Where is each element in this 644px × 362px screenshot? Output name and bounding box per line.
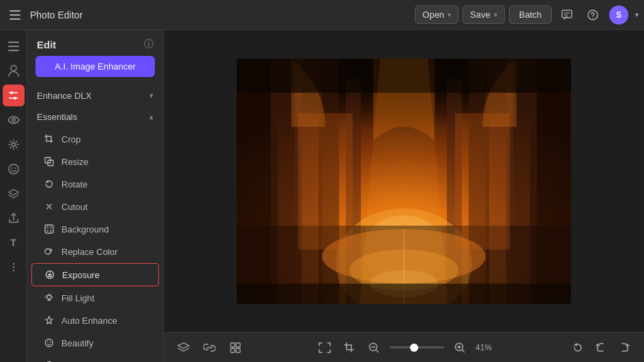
top-bar-center: Open ▾ Save ▾ Batch xyxy=(415,5,552,24)
comment-button[interactable] xyxy=(557,5,576,25)
svg-point-13 xyxy=(10,91,13,94)
menu-item-background-label: Background xyxy=(61,224,108,235)
zoom-percent: 41% xyxy=(475,343,497,352)
menu-item-replace-color[interactable]: Replace Color xyxy=(31,241,159,262)
svg-rect-66 xyxy=(237,284,571,304)
info-icon[interactable]: ⓘ xyxy=(144,38,153,50)
svg-line-78 xyxy=(462,350,465,352)
app-title: Photo Editor xyxy=(30,10,83,20)
sidebar-icon-more[interactable] xyxy=(3,256,25,278)
menu-item-cutout[interactable]: Cutout xyxy=(31,196,159,217)
menu-item-fill-light-label: Fill Light xyxy=(61,293,94,303)
zoom-in-button[interactable] xyxy=(451,339,469,357)
beautify-icon xyxy=(44,337,55,348)
menu-item-auto-enhance[interactable]: Auto Enhance xyxy=(31,310,159,331)
photo-svg xyxy=(237,59,571,304)
save-button[interactable]: Save ▾ xyxy=(463,5,505,24)
resize-icon xyxy=(44,156,55,167)
svg-line-74 xyxy=(376,350,379,352)
sidebar-icon-text[interactable]: T xyxy=(3,232,25,254)
svg-point-18 xyxy=(9,164,18,174)
zoom-out-button[interactable] xyxy=(365,339,383,357)
svg-rect-69 xyxy=(236,343,240,347)
menu-items-container: CropResizeRotateCutoutBackgroundReplace … xyxy=(27,128,163,362)
svg-point-22 xyxy=(12,267,14,268)
help-button[interactable] xyxy=(583,5,602,25)
svg-point-7 xyxy=(592,17,594,18)
redo-button[interactable] xyxy=(615,339,633,357)
svg-rect-27 xyxy=(46,226,48,228)
menu-item-color[interactable]: Color xyxy=(31,355,159,362)
hamburger-button[interactable] xyxy=(5,5,25,25)
bottom-center-controls: 41% xyxy=(316,339,497,357)
sidebar-icon-magic[interactable] xyxy=(3,134,25,155)
rotate-ccw-button[interactable] xyxy=(569,339,587,357)
svg-rect-30 xyxy=(50,230,52,232)
avatar-chevron[interactable]: ▾ xyxy=(635,11,639,18)
zoom-slider[interactable] xyxy=(390,346,444,348)
svg-rect-1 xyxy=(10,14,20,16)
svg-rect-26 xyxy=(45,225,53,233)
panel-header: Edit ⓘ xyxy=(27,30,163,56)
menu-item-rotate[interactable]: Rotate xyxy=(31,173,159,195)
sidebar-icon-eye[interactable] xyxy=(3,109,25,131)
crop-icon xyxy=(44,134,55,145)
exposure-icon xyxy=(44,269,55,280)
svg-point-23 xyxy=(12,270,14,271)
expand-button[interactable] xyxy=(316,339,334,357)
canvas-content xyxy=(164,30,644,332)
menu-item-exposure-label: Exposure xyxy=(62,270,100,280)
left-panel: Edit ⓘ A.I. Image Enhancer Enhance DLX ▾… xyxy=(27,30,164,362)
crop-tool-button[interactable] xyxy=(340,339,358,357)
menu-item-background[interactable]: Background xyxy=(31,218,159,240)
open-button[interactable]: Open ▾ xyxy=(415,5,458,24)
avatar-button[interactable]: S xyxy=(609,5,628,25)
sidebar-icon-adjustments[interactable] xyxy=(3,85,25,106)
svg-rect-68 xyxy=(231,343,235,347)
sidebar-icon-layers[interactable] xyxy=(3,183,25,205)
menu-item-replace-color-label: Replace Color xyxy=(61,247,117,257)
canvas-area: 41% xyxy=(164,30,644,362)
batch-button[interactable]: Batch xyxy=(509,5,552,24)
link-button[interactable] xyxy=(201,339,218,357)
cutout-icon xyxy=(44,201,55,212)
photo-canvas[interactable] xyxy=(237,59,571,304)
enhance-dlx-chevron: ▾ xyxy=(149,91,153,100)
svg-point-34 xyxy=(46,340,53,347)
svg-point-15 xyxy=(14,97,16,100)
background-icon xyxy=(44,224,55,235)
menu-item-beautify[interactable]: Beautify xyxy=(31,332,159,354)
svg-rect-62 xyxy=(455,113,510,250)
svg-point-11 xyxy=(11,65,16,71)
svg-rect-9 xyxy=(8,46,19,47)
sidebar-icon-sticker[interactable] xyxy=(3,158,25,180)
essentials-section-header[interactable]: Essentials ▴ xyxy=(27,106,163,127)
menu-item-exposure[interactable]: Exposure xyxy=(31,263,159,286)
menu-item-crop[interactable]: Crop xyxy=(31,128,159,150)
sidebar-icon-menu[interactable] xyxy=(3,35,25,57)
svg-point-21 xyxy=(12,263,14,265)
menu-item-resize[interactable]: Resize xyxy=(31,151,159,172)
panel-title: Edit xyxy=(37,39,56,50)
svg-point-36 xyxy=(50,342,51,343)
menu-item-resize-label: Resize xyxy=(61,157,89,167)
menu-item-cutout-label: Cutout xyxy=(61,202,87,212)
top-bar-right: S ▾ xyxy=(557,5,639,25)
icon-sidebar: T xyxy=(0,30,27,362)
menu-item-beautify-label: Beautify xyxy=(61,338,93,348)
svg-point-16 xyxy=(12,119,15,122)
sidebar-icon-person[interactable] xyxy=(3,60,25,82)
sidebar-icon-export[interactable] xyxy=(3,207,25,229)
svg-point-35 xyxy=(47,342,48,343)
ai-enhancer-button[interactable]: A.I. Image Enhancer xyxy=(35,56,155,77)
essentials-chevron: ▴ xyxy=(149,112,153,121)
bottom-right-controls xyxy=(569,339,633,357)
undo-button[interactable] xyxy=(592,339,610,357)
layers-view-button[interactable] xyxy=(175,339,192,357)
menu-item-rotate-label: Rotate xyxy=(61,179,87,190)
menu-item-fill-light[interactable]: Fill Light xyxy=(31,287,159,309)
enhance-dlx-section-header[interactable]: Enhance DLX ▾ xyxy=(27,85,163,106)
grid-view-button[interactable] xyxy=(226,339,244,357)
rotate-icon xyxy=(44,179,55,190)
zoom-slider-thumb[interactable] xyxy=(410,344,418,352)
